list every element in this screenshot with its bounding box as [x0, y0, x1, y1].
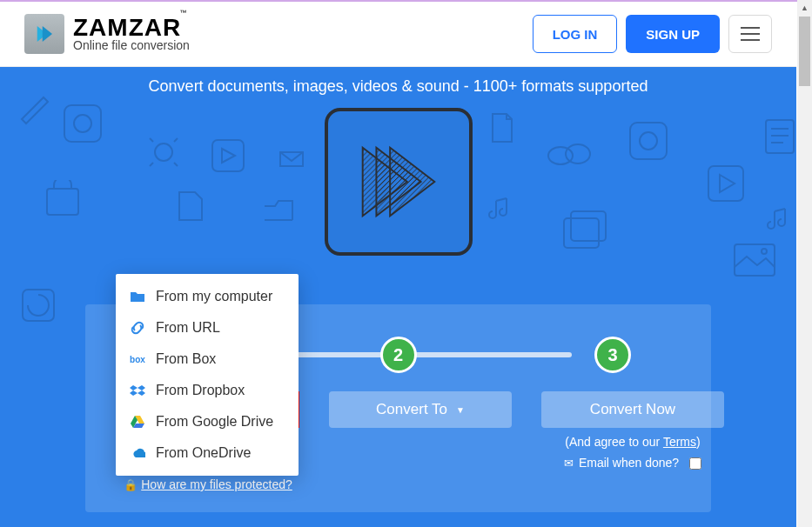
menu-item-label: From Dropbox	[156, 383, 245, 398]
onedrive-icon	[130, 445, 145, 461]
folder-icon	[130, 289, 145, 304]
brand[interactable]: ZAMZAR™ Online file conversion	[24, 14, 190, 54]
lock-icon: 🔒	[124, 478, 138, 491]
svg-point-6	[566, 144, 590, 163]
hero: Convert documents, images, videos & soun…	[0, 67, 796, 527]
menu-item-label: From my computer	[156, 289, 272, 304]
svg-rect-3	[212, 140, 244, 171]
tagline: Convert documents, images, videos & soun…	[0, 77, 796, 96]
svg-point-14	[762, 249, 767, 254]
convert-to-label: Convert To	[376, 401, 447, 418]
chevron-down-icon: ▼	[456, 405, 465, 415]
convert-now-label: Convert Now	[590, 401, 675, 418]
svg-rect-4	[280, 152, 303, 166]
scrollbar[interactable]: ▲	[797, 0, 812, 527]
terms-link[interactable]: Terms	[663, 435, 696, 449]
email-when-done-checkbox[interactable]	[689, 457, 701, 470]
menu-item-from-url[interactable]: From URL	[116, 312, 299, 344]
svg-rect-10	[766, 120, 794, 153]
convert-to-button[interactable]: Convert To ▼	[329, 391, 512, 428]
svg-rect-15	[47, 189, 78, 215]
scroll-up-icon[interactable]: ▲	[797, 0, 812, 15]
svg-point-2	[155, 143, 172, 161]
svg-rect-11	[564, 218, 599, 248]
svg-rect-16	[23, 290, 54, 321]
menu-item-from-dropbox[interactable]: From Dropbox	[116, 375, 299, 406]
signup-button[interactable]: SIGN UP	[626, 15, 720, 53]
brand-name: ZAMZAR™	[73, 16, 190, 40]
svg-point-8	[640, 132, 657, 150]
menu-item-from-box[interactable]: box From Box	[116, 344, 299, 375]
source-menu: From my computer From URL box From Box F…	[116, 274, 299, 476]
mail-icon: ✉	[564, 457, 574, 470]
step-2-badge: 2	[380, 337, 417, 373]
step-3-badge: 3	[594, 337, 631, 373]
svg-rect-0	[64, 105, 101, 142]
menu-item-from-computer[interactable]: From my computer	[116, 281, 299, 312]
files-protected-link[interactable]: How are my files protected?	[141, 477, 292, 491]
svg-rect-12	[571, 211, 606, 241]
header: ZAMZAR™ Online file conversion LOG IN SI…	[0, 2, 796, 67]
gdrive-icon	[130, 414, 145, 430]
box-icon: box	[130, 351, 145, 367]
email-hint: ✉Email when done?	[564, 456, 701, 470]
login-button[interactable]: LOG IN	[533, 15, 618, 53]
svg-point-5	[548, 147, 573, 164]
svg-rect-9	[708, 166, 743, 201]
svg-rect-13	[735, 244, 775, 276]
menu-item-from-gdrive[interactable]: From Google Drive	[116, 406, 299, 437]
link-icon	[130, 320, 145, 336]
hero-logo-icon	[325, 108, 473, 256]
svg-rect-7	[630, 123, 667, 159]
terms-hint: (And agree to our Terms)	[565, 435, 700, 449]
menu-item-label: From OneDrive	[156, 445, 251, 461]
menu-button[interactable]	[728, 15, 772, 53]
logo-icon	[24, 14, 64, 54]
menu-item-label: From Box	[156, 351, 216, 367]
scroll-thumb[interactable]	[799, 17, 810, 86]
menu-item-label: From URL	[156, 320, 220, 336]
svg-point-1	[74, 115, 91, 132]
menu-item-from-onedrive[interactable]: From OneDrive	[116, 437, 299, 469]
menu-item-label: From Google Drive	[156, 414, 273, 430]
convert-now-button[interactable]: Convert Now	[541, 391, 724, 428]
dropbox-icon	[130, 383, 145, 398]
protected-hint: 🔒How are my files protected?	[124, 477, 292, 491]
